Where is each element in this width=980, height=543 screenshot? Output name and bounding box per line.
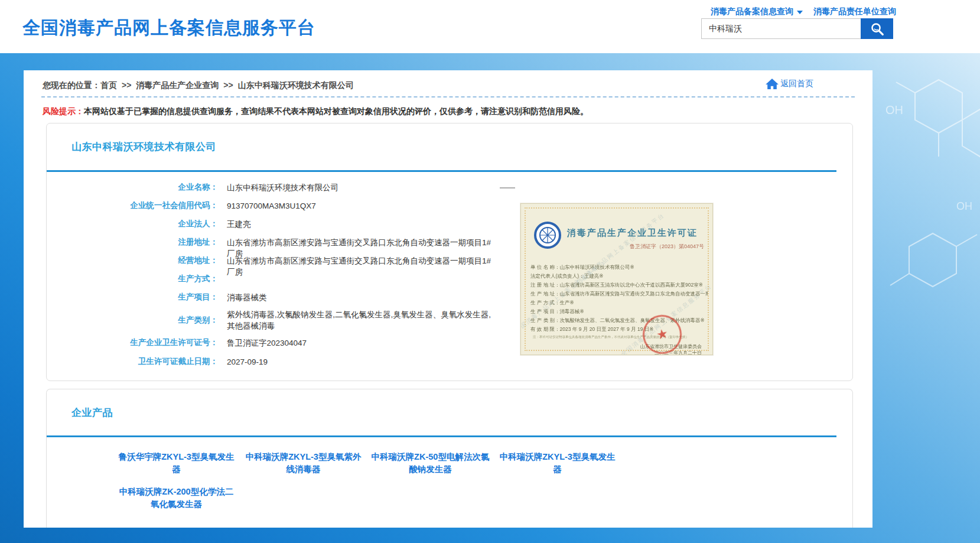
product-link[interactable]: 中科瑞沃牌ZK-50型电解法次氯酸钠发生器 [367,451,494,476]
product-link[interactable]: 鲁沃华宇牌ZKYL-3型臭氧发生器 [113,451,240,476]
field-row-production-mode: 生产方式： [47,274,525,284]
product-link[interactable]: 中科瑞沃牌ZKYL-3型臭氧发生器 [494,451,621,476]
card-title-divider [47,170,836,172]
field-label: 生产企业卫生许可证号： [47,337,218,347]
breadcrumb-separator: >> [122,80,131,90]
nav-record-info-query-link[interactable]: 消毒产品备案信息查询 [711,6,803,17]
certificate-emblem-icon [534,222,561,249]
breadcrumb-current-page: 山东中科瑞沃环境技术有限公司 [238,80,354,90]
certificate-line: 生 产 项 目：消毒器械※ [530,307,708,316]
certificate-line: 生 产 类 别：次氯酸钠发生器、二氧化氯发生器、臭氧发生器、紫外线消毒器※ [530,316,708,325]
certificate-text-lines: 单 位 名 称：山东中科瑞沃环境技术有限公司※ 法定代表人(或负责人)：王建亮※… [530,263,708,334]
risk-notice-text: 本网站仅基于已掌握的信息提供查询服务，查询结果不代表本网站对被查询对象信用状况的… [84,106,588,116]
field-row-hygiene-license-no: 生产企业卫生许可证号：鲁卫消证字202304047 [47,337,525,349]
background-molecule-decoration: OH OH [868,56,980,340]
field-value: 91370700MA3M3U1QX7 [227,200,499,212]
product-link[interactable]: 中科瑞沃牌ZKYL-3型臭氧紫外线消毒器 [240,451,367,476]
field-row-production-project: 生产项目：消毒器械类 [47,292,525,303]
search-button[interactable] [861,18,893,39]
field-value: 王建亮 [227,219,499,230]
breadcrumb-home-link[interactable]: 首页 [100,80,117,90]
certificate-number: 鲁卫消证字（2023）第04047号 [630,243,704,251]
certificate-line: 注 册 地 址：山东省潍坊高新区玉清东街以北中心次干道以西高新大厦902室※ [530,281,708,290]
home-icon [766,78,779,90]
certificate-line: 生 产 方 式：生产※ [530,298,708,307]
breadcrumb: 您现在的位置：首页>>消毒产品生产企业查询>>山东中科瑞沃环境技术有限公司 [43,80,354,91]
search-icon [870,21,885,37]
certificate-line: 单 位 名 称：山东中科瑞沃环境技术有限公司※ [530,263,708,272]
field-label: 企业法人： [47,219,218,229]
company-products-card: 企业产品 鲁沃华宇牌ZKYL-3型臭氧发生器 中科瑞沃牌ZKYL-3型臭氧紫外线… [46,389,853,528]
return-home-link[interactable]: 返回首页 [766,78,813,90]
company-card-title: 山东中科瑞沃环境技术有限公司 [71,140,216,154]
page: { "header": { "site_title": "全国消毒产品网上备案信… [0,0,980,543]
field-row-credit-code: 企业统一社会信用代码：91370700MA3M3U1QX7 [47,200,525,212]
field-label: 企业名称： [47,182,218,192]
search-input[interactable] [701,18,861,39]
scan-artifact-dash [500,187,515,188]
field-row-legal-person: 企业法人：王建亮 [47,219,525,230]
nav-responsible-unit-query-link[interactable]: 消毒产品责任单位查询 [813,6,896,17]
field-label: 企业统一社会信用代码： [47,200,218,210]
field-value: 山东中科瑞沃环境技术有限公司 [227,182,499,193]
certificate-title: 消毒产品生产企业卫生许可证 [567,227,709,239]
certificate-line: 法定代表人(或负责人)：王建亮※ [530,272,708,281]
field-row-company-name: 企业名称：山东中科瑞沃环境技术有限公司 [47,182,525,193]
search-bar [701,18,893,39]
field-label: 生产方式： [47,274,218,284]
field-row-license-expiry-date: 卫生许可证截止日期：2027-09-19 [47,356,525,368]
field-label: 生产类别： [47,309,218,325]
top-navigation: 消毒产品备案信息查询 消毒产品责任单位查询 [706,6,896,17]
breadcrumb-separator: >> [223,80,233,90]
field-value: 鲁卫消证字202304047 [227,337,499,349]
breadcrumb-enterprise-query-link[interactable]: 消毒产品生产企业查询 [136,80,219,90]
field-value: 紫外线消毒器,次氯酸钠发生器,二氧化氯发生器,臭氧发生器、臭氧水发生器,其他器械… [227,309,499,331]
chevron-down-icon [797,11,803,14]
site-title: 全国消毒产品网上备案信息服务平台 [22,16,315,40]
field-row-production-category: 生产类别：紫外线消毒器,次氯酸钠发生器,二氧化氯发生器,臭氧发生器、臭氧水发生器… [47,309,525,331]
field-label: 卫生许可证截止日期： [47,356,218,366]
hygiene-license-certificate-image: 全国消毒产品网上备案信息服务平台 全国消毒产品网上备案信息服务平台 全国消毒产品… [520,203,713,355]
main-content: 您现在的位置：首页>>消毒产品生产企业查询>>山东中科瑞沃环境技术有限公司 返回… [24,70,872,528]
breadcrumb-prefix: 您现在的位置： [43,80,100,90]
certificate-line: 生 产 地 址：山东省潍坊市高新区潍安路与宝通街交叉路口东北角自动变速器一期项目… [530,290,708,298]
products-card-title: 企业产品 [71,406,113,420]
field-value: 消毒器械类 [227,292,499,303]
field-label: 生产项目： [47,292,218,302]
dashed-divider [41,96,855,97]
risk-notice-label: 风险提示： [43,106,84,116]
svg-text:OH: OH [956,200,972,212]
field-label: 经营地址： [47,255,218,265]
card-title-divider [47,435,836,437]
product-link[interactable]: 中科瑞沃牌ZK-200型化学法二氧化氯发生器 [113,486,240,511]
risk-notice: 风险提示：本网站仅基于已掌握的信息提供查询服务，查询结果不代表本网站对被查询对象… [43,106,588,117]
top-header: 全国消毒产品网上备案信息服务平台 消毒产品备案信息查询 消毒产品责任单位查询 [0,0,980,53]
products-grid: 鲁沃华宇牌ZKYL-3型臭氧发生器 中科瑞沃牌ZKYL-3型臭氧紫外线消毒器 中… [113,451,621,511]
company-info-card: 山东中科瑞沃环境技术有限公司 企业名称：山东中科瑞沃环境技术有限公司 企业统一社… [46,123,853,381]
field-label: 注册地址： [47,237,218,247]
svg-text:OH: OH [885,103,903,116]
field-value: 2027-09-19 [227,356,499,368]
